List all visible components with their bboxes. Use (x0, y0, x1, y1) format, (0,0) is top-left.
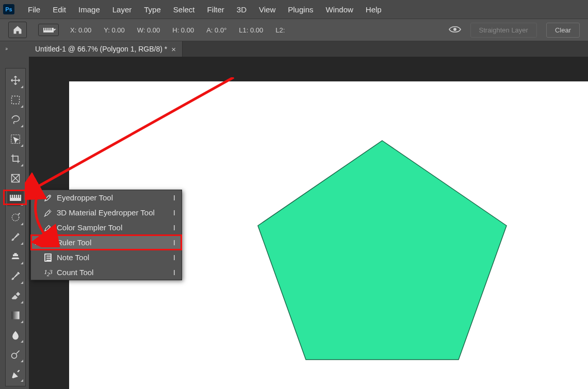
pen-tool[interactable] (7, 366, 24, 382)
eraser-tool[interactable] (7, 287, 24, 304)
option-w: W: 0.00 (137, 26, 160, 34)
flyout-item-shortcut: I (173, 208, 175, 217)
svg-point-0 (453, 28, 456, 31)
brush-tool[interactable] (7, 229, 24, 245)
svg-point-6 (12, 353, 17, 359)
ruler-icon (43, 28, 54, 32)
menu-image[interactable]: Image (72, 5, 106, 14)
menu-view[interactable]: View (253, 5, 282, 14)
document-tab[interactable]: Untitled-1 @ 66.7% (Polygon 1, RGB/8) * … (29, 41, 183, 57)
object-selection-tool[interactable] (7, 131, 24, 147)
menu-select[interactable]: Select (167, 5, 201, 14)
lasso-tool[interactable] (7, 111, 24, 128)
option-h: H: 0.00 (172, 26, 194, 34)
option-y: Y: 0.00 (104, 26, 124, 34)
flyout-note-tool[interactable]: Note Tool I (31, 250, 182, 265)
svg-point-4 (12, 214, 19, 221)
close-tab-icon[interactable]: × (171, 45, 176, 54)
menu-plugins[interactable]: Plugins (282, 5, 319, 14)
history-brush-tool[interactable] (7, 268, 24, 284)
flyout-item-shortcut: I (173, 268, 175, 277)
eyedropper-3d-icon (42, 208, 54, 217)
menu-file[interactable]: File (22, 5, 46, 14)
svg-rect-1 (12, 96, 20, 104)
home-icon (12, 25, 23, 35)
ruler-icon (42, 240, 54, 245)
clear-button[interactable]: Clear (546, 23, 580, 38)
tool-flyout-menu: Eyedropper Tool I 3D Material Eyedropper… (30, 190, 182, 280)
flyout-item-shortcut: I (173, 193, 175, 202)
ruler-tool-slot[interactable] (7, 190, 24, 206)
marquee-tool[interactable] (7, 92, 24, 108)
use-measurement-scale-icon[interactable] (449, 26, 461, 35)
menu-layer[interactable]: Layer (106, 5, 138, 14)
menu-edit[interactable]: Edit (46, 5, 72, 14)
dodge-tool[interactable] (7, 346, 24, 363)
straighten-layer-button[interactable]: Straighten Layer (470, 23, 537, 38)
blur-tool[interactable] (7, 327, 24, 343)
flyout-item-label: 3D Material Eyedropper Tool (57, 208, 173, 217)
flyout-item-shortcut: I (173, 223, 175, 232)
frame-tool[interactable] (7, 170, 24, 187)
flyout-item-shortcut: I (173, 253, 175, 262)
menu-3d[interactable]: 3D (231, 5, 253, 14)
menu-help[interactable]: Help (360, 5, 388, 14)
toolbox (5, 68, 26, 386)
flyout-color-sampler-tool[interactable]: Color Sampler Tool I (31, 220, 182, 235)
home-button[interactable] (8, 22, 27, 38)
menu-window[interactable]: Window (319, 5, 359, 14)
move-tool[interactable] (7, 72, 24, 89)
option-a: A: 0.0° (206, 26, 226, 34)
flyout-item-label: Count Tool (57, 268, 173, 277)
flyout-item-label: Eyedropper Tool (57, 193, 173, 202)
eyedropper-icon (42, 193, 54, 202)
document-tab-title: Untitled-1 @ 66.7% (Polygon 1, RGB/8) * (35, 45, 167, 53)
ps-logo: Ps (3, 4, 14, 14)
flyout-3d-material-eyedropper-tool[interactable]: 3D Material Eyedropper Tool I (31, 205, 182, 220)
option-x: X: 0.00 (70, 26, 91, 34)
flyout-ruler-tool[interactable]: Ruler Tool I (31, 235, 182, 250)
count-icon: 123 (42, 268, 54, 277)
menu-type[interactable]: Type (138, 5, 167, 14)
collapse-panels-icon[interactable]: ›› (5, 45, 7, 52)
crop-tool[interactable] (7, 150, 24, 167)
option-l2: L2: (275, 26, 285, 34)
options-bar: X: 0.00 Y: 0.00 W: 0.00 H: 0.00 A: 0.0° … (0, 19, 588, 41)
ruler-icon (10, 195, 21, 201)
main-menubar: Ps File Edit Image Layer Type Select Fil… (0, 0, 588, 19)
document-tabbar: Untitled-1 @ 66.7% (Polygon 1, RGB/8) * … (29, 41, 588, 57)
flyout-eyedropper-tool[interactable]: Eyedropper Tool I (31, 190, 182, 205)
polygon-shape[interactable] (258, 141, 507, 360)
flyout-item-label: Note Tool (57, 253, 173, 262)
current-tool-dropdown[interactable] (38, 24, 59, 36)
flyout-item-label: Color Sampler Tool (57, 223, 173, 232)
flyout-count-tool[interactable]: 123 Count Tool I (31, 265, 182, 280)
gradient-tool[interactable] (7, 307, 24, 324)
flyout-item-shortcut: I (173, 238, 175, 247)
menu-filter[interactable]: Filter (201, 5, 231, 14)
healing-brush-tool[interactable] (7, 209, 24, 226)
option-l1: L1: 0.00 (239, 26, 263, 34)
clone-stamp-tool[interactable] (7, 248, 24, 265)
note-icon (42, 253, 54, 262)
flyout-item-label: Ruler Tool (57, 238, 173, 247)
color-sampler-icon (42, 223, 54, 232)
svg-rect-5 (12, 312, 20, 319)
